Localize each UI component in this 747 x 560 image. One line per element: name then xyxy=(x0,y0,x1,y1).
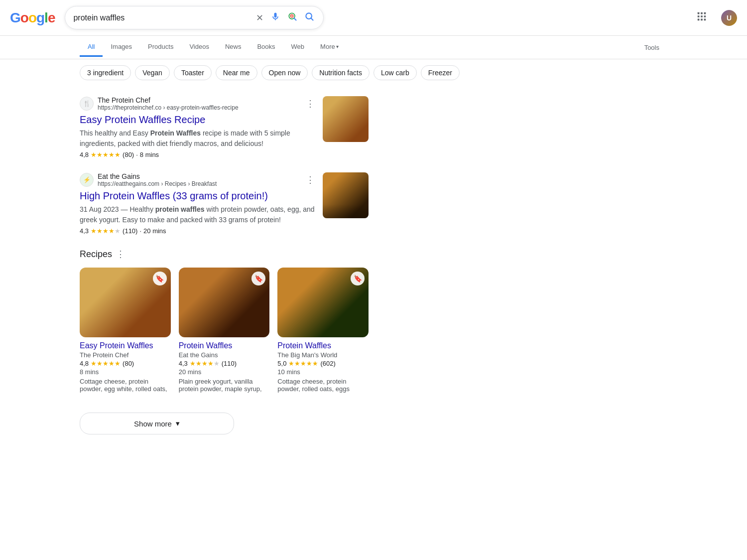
bookmark-button[interactable]: 🔖 xyxy=(153,272,167,285)
result-rating: 4,3 ★★★★★ (110) · 20 mins xyxy=(80,227,315,235)
tab-news[interactable]: News xyxy=(217,38,249,57)
svg-line-4 xyxy=(311,18,313,20)
rating-value: 4,3 xyxy=(179,360,188,367)
result-desc: 31 Aug 2023 — Healthy protein waffles wi… xyxy=(80,204,315,225)
show-more-button[interactable]: Show more ▾ xyxy=(80,413,234,434)
lens-search-button[interactable] xyxy=(286,10,298,25)
rating-value: 5,0 xyxy=(277,360,286,367)
result-menu-icon[interactable]: ⋮ xyxy=(306,98,315,109)
svg-rect-13 xyxy=(704,19,706,21)
result-thumbnail xyxy=(323,172,369,218)
rating-value: 4,8 xyxy=(80,151,89,158)
recipe-image: 🔖 xyxy=(80,268,171,337)
tab-products[interactable]: Products xyxy=(140,38,181,57)
rating-count: (110) xyxy=(123,227,137,235)
show-more-label: Show more xyxy=(134,420,172,428)
svg-rect-5 xyxy=(698,12,700,14)
source-info: Eat the Gains https://eatthegains.com › … xyxy=(98,172,217,187)
tab-books[interactable]: Books xyxy=(249,38,283,57)
recipes-header: Recipes ⋮ xyxy=(80,249,369,260)
rating-count: (602) xyxy=(320,360,335,367)
source-info: The Protein Chef https://theproteinchef.… xyxy=(98,96,239,111)
recipe-rating: 4,8 ★★★★★ (80) xyxy=(80,360,171,367)
avatar[interactable]: U xyxy=(721,10,737,26)
rating-count: (110) xyxy=(222,360,237,367)
main-content: 🍴 The Protein Chef https://theproteinche… xyxy=(0,86,448,403)
google-logo: Google xyxy=(10,10,55,26)
svg-point-1 xyxy=(291,15,293,17)
recipes-menu-icon[interactable]: ⋮ xyxy=(116,249,125,260)
chip-lowcarb[interactable]: Low carb xyxy=(374,65,417,80)
recipe-rating: 5,0 ★★★★★ (602) xyxy=(277,360,369,367)
rating-stars: ★★★★★ xyxy=(91,360,121,367)
recipe-ingredients: Cottage cheese, protein powder, rolled o… xyxy=(277,378,369,393)
rating-stars: ★★★★★ xyxy=(288,360,318,367)
recipe-time: 20 mins xyxy=(179,368,270,376)
search-bar: ✕ xyxy=(65,6,324,29)
chip-toaster[interactable]: Toaster xyxy=(174,65,212,80)
recipe-image: 🔖 xyxy=(277,268,369,337)
chip-vegan[interactable]: Vegan xyxy=(135,65,170,80)
chip-freezer[interactable]: Freezer xyxy=(421,65,460,80)
source-url: https://eatthegains.com › Recipes › Brea… xyxy=(98,180,217,187)
apps-icon[interactable] xyxy=(696,11,707,24)
recipe-rating: 4,3 ★★★★★ (110) xyxy=(179,360,270,367)
svg-rect-6 xyxy=(701,12,703,14)
chip-nearme[interactable]: Near me xyxy=(216,65,257,80)
filter-chips: 3 ingredient Vegan Toaster Near me Open … xyxy=(0,59,747,86)
chip-opennow[interactable]: Open now xyxy=(261,65,308,80)
chip-3ingredient[interactable]: 3 ingredient xyxy=(80,65,131,80)
result-item: ⚡ Eat the Gains https://eatthegains.com … xyxy=(80,172,369,235)
tab-videos[interactable]: Videos xyxy=(181,38,217,57)
result-desc: This healthy and Easy Protein Waffles re… xyxy=(80,128,315,149)
chip-nutritionfacts[interactable]: Nutrition facts xyxy=(312,65,370,80)
result-title[interactable]: Easy Protein Waffles Recipe xyxy=(80,113,315,126)
result-item: 🍴 The Protein Chef https://theproteinche… xyxy=(80,96,369,158)
result-thumbnail xyxy=(323,96,369,142)
clear-button[interactable]: ✕ xyxy=(255,11,264,24)
rating-count: (80) xyxy=(123,151,134,158)
tab-images[interactable]: Images xyxy=(103,38,140,57)
search-button[interactable] xyxy=(303,10,315,25)
tab-all[interactable]: All xyxy=(80,38,103,57)
recipe-source: The Big Man's World xyxy=(277,351,369,359)
rating-count: (80) xyxy=(123,360,134,367)
svg-rect-9 xyxy=(701,15,703,17)
search-input[interactable] xyxy=(73,13,250,22)
result-title[interactable]: High Protein Waffles (33 grams of protei… xyxy=(80,189,315,202)
recipe-title[interactable]: Easy Protein Waffles xyxy=(80,341,171,350)
result-time: 20 mins xyxy=(143,227,166,235)
recipe-time: 8 mins xyxy=(80,368,171,376)
bookmark-button[interactable]: 🔖 xyxy=(251,272,265,285)
tab-web[interactable]: Web xyxy=(283,38,313,57)
recipe-title[interactable]: Protein Waffles xyxy=(179,341,270,350)
svg-rect-7 xyxy=(704,12,706,14)
header: Google ✕ U xyxy=(0,0,747,36)
svg-rect-10 xyxy=(704,15,706,17)
recipe-ingredients: Cottage cheese, protein powder, egg whit… xyxy=(80,378,171,393)
result-rating: 4,8 ★★★★★ (80) · 8 mins xyxy=(80,151,315,158)
chevron-down-icon: ▾ xyxy=(176,419,180,428)
result-content: 🍴 The Protein Chef https://theproteinche… xyxy=(80,96,315,158)
tools-button[interactable]: Tools xyxy=(636,39,667,56)
show-more-container: Show more ▾ xyxy=(0,403,448,444)
result-source: ⚡ Eat the Gains https://eatthegains.com … xyxy=(80,172,315,187)
rating-stars: ★★★★★ xyxy=(91,151,121,158)
recipes-title: Recipes xyxy=(80,249,112,260)
voice-search-button[interactable] xyxy=(269,10,281,25)
recipe-card[interactable]: 🔖 Protein Waffles Eat the Gains 4,3 ★★★★… xyxy=(179,268,270,393)
rating-stars: ★★★★★ xyxy=(190,360,220,367)
recipe-card[interactable]: 🔖 Easy Protein Waffles The Protein Chef … xyxy=(80,268,171,393)
svg-rect-8 xyxy=(698,15,700,17)
tab-more[interactable]: More ▾ xyxy=(312,38,347,57)
rating-stars: ★★★★★ xyxy=(91,227,121,235)
recipe-title[interactable]: Protein Waffles xyxy=(277,341,369,350)
recipe-card[interactable]: 🔖 Protein Waffles The Big Man's World 5,… xyxy=(277,268,369,393)
recipe-source: The Protein Chef xyxy=(80,351,171,359)
bookmark-button[interactable]: 🔖 xyxy=(351,272,365,285)
source-name: Eat the Gains xyxy=(98,172,217,180)
source-url: https://theproteinchef.co › easy-protein… xyxy=(98,104,239,111)
rating-value: 4,3 xyxy=(80,227,89,235)
result-menu-icon[interactable]: ⋮ xyxy=(306,174,315,185)
recipe-image: 🔖 xyxy=(179,268,270,337)
